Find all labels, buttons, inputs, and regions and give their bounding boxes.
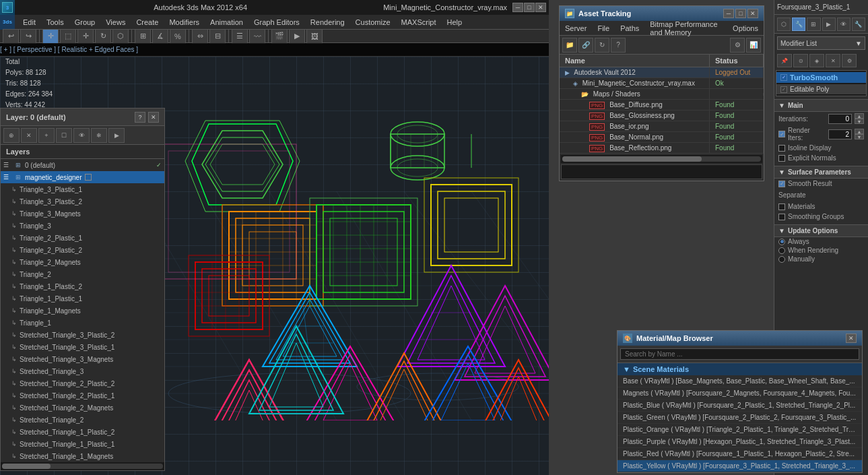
iterations-input[interactable] bbox=[828, 114, 852, 124]
asset-scrollbar[interactable] bbox=[561, 155, 762, 163]
surface-section-header[interactable]: ▼ Surface Parameters bbox=[774, 166, 868, 179]
material-item-base[interactable]: Base ( VRayMtl ) [Base_Magnets, Base_Pla… bbox=[617, 375, 862, 387]
update-section-header[interactable]: ▼ Update Options bbox=[774, 224, 868, 237]
asset-menu-paths[interactable]: Paths bbox=[615, 21, 644, 35]
angle-snap[interactable]: ∡ bbox=[152, 29, 168, 44]
mirror-button[interactable]: ⇔ bbox=[192, 29, 208, 44]
rt-hierarchy-tab[interactable]: ⊞ bbox=[807, 18, 820, 31]
isoline-checkbox[interactable] bbox=[778, 145, 785, 152]
list-item[interactable]: ↳ Triangle_1 bbox=[1, 317, 164, 329]
menu-maxscript[interactable]: MAXScript bbox=[396, 15, 442, 29]
spin-down[interactable]: ▼ bbox=[855, 119, 864, 124]
configure-button[interactable]: ⚙ bbox=[842, 54, 857, 67]
list-item[interactable]: ↳ Stretched_Triangle_1_Plastic_2 bbox=[1, 426, 164, 438]
list-item[interactable]: ↳ Triangle_3_Plastic_2 bbox=[1, 195, 164, 208]
spin-up[interactable]: ▲ bbox=[855, 113, 864, 119]
list-item[interactable]: ↳ Triangle_3 bbox=[1, 220, 164, 232]
turbosmooth-modifier[interactable]: ✓ TurboSmooth bbox=[776, 72, 866, 83]
close-button[interactable]: ✕ bbox=[535, 3, 546, 12]
spin-up2[interactable]: ▲ bbox=[855, 129, 864, 134]
list-item[interactable]: ↳ Triangle_2_Plastic_2 bbox=[1, 244, 164, 256]
asset-row-maps[interactable]: 📂 Maps / Shaders bbox=[560, 89, 764, 100]
list-item[interactable]: ↳ Triangle_2_Plastic_1 bbox=[1, 232, 164, 244]
asset-tb-btn-6[interactable]: 📊 bbox=[746, 38, 761, 53]
asset-maximize-button[interactable]: □ bbox=[735, 9, 746, 18]
list-item[interactable]: ↳ Stretched_Triangle_2 bbox=[1, 414, 164, 426]
editable-poly-modifier[interactable]: ✓ Editable Poly bbox=[776, 84, 866, 94]
list-item[interactable]: ↳ Stretched_Triangle_3_Plastic_1 bbox=[1, 341, 164, 353]
list-item[interactable]: ↳ Stretched_Triangle_2_Plastic_2 bbox=[1, 377, 164, 389]
list-item[interactable]: ↳ Stretched_Triangle_1_Magnets bbox=[1, 450, 164, 462]
render-button[interactable]: ▶ bbox=[289, 29, 305, 44]
curve-editor[interactable]: 〰 bbox=[249, 29, 265, 44]
layers-delete-button[interactable]: ✕ bbox=[21, 128, 37, 143]
menu-graph-editors[interactable]: Graph Editors bbox=[248, 15, 305, 29]
select-region-button[interactable]: ⬚ bbox=[60, 29, 76, 44]
asset-tb-btn-2[interactable]: 🔗 bbox=[578, 38, 593, 53]
rt-create-tab[interactable]: ⬡ bbox=[777, 18, 791, 31]
asset-tb-btn-3[interactable]: ↻ bbox=[595, 38, 609, 53]
menu-modifiers[interactable]: Modifiers bbox=[164, 15, 205, 29]
move-button[interactable]: ✛ bbox=[77, 29, 94, 44]
render-iters-input[interactable] bbox=[828, 129, 852, 139]
asset-tb-btn-5[interactable]: ⚙ bbox=[730, 38, 745, 53]
scene-materials-header[interactable]: ▼ Scene Materials bbox=[617, 363, 862, 375]
pin-stack-button[interactable]: 📌 bbox=[777, 54, 792, 67]
materials-checkbox[interactable] bbox=[778, 203, 785, 210]
minimize-button[interactable]: ─ bbox=[512, 3, 523, 12]
iterations-spinner[interactable]: ▲ ▼ bbox=[855, 113, 864, 124]
asset-row-vault[interactable]: ▶ Autodesk Vault 2012 Logged Out bbox=[560, 67, 764, 78]
layers-render[interactable]: ▶ bbox=[108, 128, 125, 143]
layers-select[interactable]: ☐ bbox=[56, 128, 72, 143]
asset-row-max-file[interactable]: ◈ Mini_Magnetic_Constructor_vray.max Ok bbox=[560, 78, 764, 89]
material-item-blue[interactable]: Plastic_Blue ( VRayMtl ) [Foursquare_2_P… bbox=[617, 400, 862, 412]
spin-down2[interactable]: ▼ bbox=[855, 134, 864, 139]
list-item[interactable]: ↳ Stretched_Triangle_2_Magnets bbox=[1, 402, 164, 414]
layers-add-selected[interactable]: + bbox=[38, 128, 55, 143]
manually-radio[interactable] bbox=[778, 256, 785, 263]
asset-tb-btn-4[interactable]: ? bbox=[611, 38, 626, 53]
menu-create[interactable]: Create bbox=[131, 15, 164, 29]
align-button[interactable]: ⊟ bbox=[209, 29, 226, 44]
menu-views[interactable]: Views bbox=[100, 15, 131, 29]
list-item[interactable]: ↳ Triangle_1_Magnets bbox=[1, 305, 164, 317]
layers-hide[interactable]: 👁 bbox=[73, 128, 90, 143]
modifier-checkbox[interactable]: ✓ bbox=[780, 74, 787, 81]
layer-manager[interactable]: ☰ bbox=[232, 29, 248, 44]
redo-button[interactable]: ↪ bbox=[20, 29, 36, 44]
rt-utilities-tab[interactable]: 🔧 bbox=[852, 18, 865, 31]
material-close-button[interactable]: ✕ bbox=[846, 334, 857, 343]
asset-close-button[interactable]: ✕ bbox=[747, 9, 758, 18]
layers-freeze[interactable]: ❄ bbox=[91, 128, 107, 143]
scale-button[interactable]: ⬡ bbox=[112, 29, 129, 44]
smoothing-groups-checkbox[interactable] bbox=[778, 214, 785, 220]
menu-rendering[interactable]: Rendering bbox=[305, 15, 350, 29]
list-item[interactable]: ↳ Triangle_1_Plastic_2 bbox=[1, 280, 164, 292]
menu-help[interactable]: Help bbox=[442, 15, 468, 29]
menu-edit[interactable]: Edit bbox=[18, 15, 41, 29]
render-iters-spinner[interactable]: ▲ ▼ bbox=[855, 129, 864, 139]
material-item-magnets[interactable]: Magnets ( VRayMtl ) [Foursquare_2_Magnet… bbox=[617, 387, 862, 400]
menu-group[interactable]: Group bbox=[69, 15, 101, 29]
asset-path-bar[interactable] bbox=[561, 164, 762, 179]
asset-row-glossiness[interactable]: PNG Base_Glossiness.png Found bbox=[560, 110, 764, 121]
list-item[interactable]: ↳ Stretched_Triangle_1_Plastic_1 bbox=[1, 438, 164, 450]
make-unique-button[interactable]: ◈ bbox=[809, 54, 824, 67]
panel-question-button[interactable]: ? bbox=[135, 112, 145, 123]
asset-row-ior[interactable]: PNG Base_ior.png Found bbox=[560, 121, 764, 132]
material-item-red[interactable]: Plastic_Red ( VRayMtl ) [Foursquare_1_Pl… bbox=[617, 448, 862, 460]
percent-snap[interactable]: % bbox=[170, 29, 186, 44]
smooth-result-checkbox[interactable]: ✓ bbox=[778, 181, 785, 187]
list-item[interactable]: ↳ Triangle_2 bbox=[1, 268, 164, 280]
rt-display-tab[interactable]: 👁 bbox=[837, 18, 850, 31]
list-item[interactable]: ↳ Stretched_Triangle_3_Plastic_2 bbox=[1, 329, 164, 341]
menu-customize[interactable]: Customize bbox=[350, 15, 396, 29]
asset-tb-btn-1[interactable]: 📁 bbox=[562, 38, 577, 53]
layer-item-default[interactable]: ☰ ⊞ 0 (default) ✓ bbox=[1, 159, 164, 171]
asset-row-reflection[interactable]: PNG Base_Reflection.png Found bbox=[560, 143, 764, 154]
list-item[interactable]: ↳ Triangle_3_Magnets bbox=[1, 208, 164, 220]
rotate-button[interactable]: ↻ bbox=[95, 29, 111, 44]
select-button[interactable]: ✛ bbox=[42, 29, 59, 44]
material-item-green[interactable]: Plastic_Green ( VRayMtl ) [Foursquare_2_… bbox=[617, 412, 862, 424]
asset-row-normal[interactable]: PNG Base_Normal.png Found bbox=[560, 132, 764, 143]
